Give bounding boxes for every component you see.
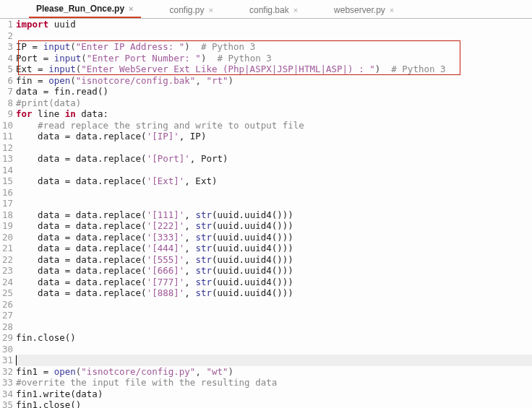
code-line[interactable]: Port = input("Enter Port Number: ") # Py… [16, 53, 532, 64]
tab-label: webserver.py [334, 5, 385, 15]
token-id: (uuid.uuid4())) [212, 243, 293, 253]
tab-label: config.py [170, 5, 205, 15]
line-number: 30 [0, 344, 13, 355]
token-str: '[111]' [147, 209, 185, 220]
line-number: 23 [0, 265, 13, 277]
tab-please_run_once-py[interactable]: Please_Run_Once.py× [29, 1, 141, 18]
code-line[interactable]: fin1.write(data) [16, 389, 532, 400]
token-str: '[666]' [147, 265, 185, 276]
token-id: data = data.replace( [16, 265, 147, 276]
close-icon[interactable]: × [129, 4, 133, 13]
token-fn: open [54, 366, 76, 377]
code-line[interactable]: data = data.replace('[888]', str(uuid.uu… [16, 287, 532, 299]
token-str: "wt" [206, 366, 228, 377]
close-icon[interactable]: × [390, 6, 394, 14]
code-line[interactable] [16, 187, 532, 199]
token-str: '[777]' [147, 277, 185, 287]
code-line[interactable]: data = data.replace('[111]', str(uuid.uu… [16, 209, 532, 221]
code-line[interactable]: #print(data) [16, 97, 532, 109]
line-number: 13 [0, 153, 13, 165]
token-kw: for [16, 108, 33, 119]
token-id: fin1.write(data) [16, 389, 103, 399]
code-line[interactable] [16, 321, 532, 333]
line-number: 12 [0, 142, 13, 154]
line-number: 5 [0, 64, 13, 75]
code-line[interactable] [16, 142, 532, 154]
line-number: 10 [0, 120, 13, 131]
token-id: , [184, 243, 195, 253]
token-id: uuid [54, 19, 76, 30]
code-line[interactable]: IP = input("Enter IP Address: ") # Pytho… [16, 41, 532, 53]
close-icon[interactable]: × [209, 6, 213, 14]
code-line[interactable]: data = data.replace('[666]', str(uuid.uu… [16, 265, 532, 277]
code-line[interactable]: data = data.replace('[Ext]', Ext) [16, 175, 532, 187]
token-cmt: #overrite the input file with the result… [16, 377, 277, 388]
code-line[interactable]: data = data.replace('[Port]', Port) [16, 153, 532, 165]
code-line[interactable]: data = data.replace('[555]', str(uuid.uu… [16, 254, 532, 266]
tab-bar: Please_Run_Once.py×config.py×config.bak×… [0, 0, 532, 19]
token-fn: str [195, 220, 212, 231]
code-line[interactable] [16, 344, 532, 355]
token-str: '[888]' [147, 287, 185, 298]
close-icon[interactable]: × [293, 6, 298, 14]
token-id: (uuid.uuid4())) [212, 220, 293, 231]
code-line[interactable] [16, 310, 532, 321]
token-id [16, 120, 38, 131]
line-number: 3 [0, 41, 13, 53]
token-op: ( [70, 41, 76, 52]
code-line[interactable]: data = data.replace('[777]', str(uuid.uu… [16, 277, 532, 288]
line-number: 25 [0, 287, 13, 299]
token-str: "Enter WebServer Ext Like (Php|ASPX|JSP|… [81, 64, 374, 74]
line-number: 1 [0, 19, 13, 30]
code-line[interactable]: data = data.replace('[222]', str(uuid.uu… [16, 220, 532, 232]
line-number: 20 [0, 232, 13, 243]
token-cmt: #print(data) [16, 97, 81, 108]
code-line[interactable]: Ext = input("Enter WebServer Ext Like (P… [16, 64, 532, 75]
token-fn: input [43, 41, 71, 52]
code-line[interactable]: data = data.replace('[333]', str(uuid.uu… [16, 232, 532, 243]
token-id: data = data.replace( [16, 287, 147, 298]
line-number: 19 [0, 220, 13, 232]
code-line[interactable]: data = data.replace('[444]', str(uuid.uu… [16, 243, 532, 254]
token-fn: str [195, 287, 212, 298]
code-line[interactable]: #read replace the string and write to ou… [16, 120, 532, 131]
token-op: ( [81, 53, 87, 64]
token-str: '[Ext]' [147, 175, 185, 186]
code-line[interactable]: #overrite the input file with the result… [16, 377, 532, 389]
code-line[interactable]: fin1.close() [16, 399, 532, 408]
line-number: 21 [0, 243, 13, 254]
code-line[interactable]: fin = open("isnotcore/config.bak", "rt") [16, 75, 532, 87]
code-line[interactable] [16, 299, 532, 311]
code-line[interactable]: import uuid [16, 19, 532, 30]
token-kw: import [16, 19, 48, 30]
code-line[interactable] [16, 198, 532, 209]
token-id: , [184, 232, 195, 243]
code-line[interactable]: data = fin.read() [16, 86, 532, 97]
token-cmt: # Python 3 [201, 41, 255, 52]
token-str: "Enter IP Address: " [76, 41, 185, 52]
token-id: IP = [16, 41, 43, 52]
code-area[interactable]: import uuidIP = input("Enter IP Address:… [16, 19, 532, 408]
line-number: 33 [0, 377, 13, 389]
tab-config-py[interactable]: config.py× [163, 2, 220, 18]
token-id: , IP) [179, 131, 207, 142]
token-cmt: # Python 3 [217, 53, 271, 64]
code-line[interactable]: for line in data: [16, 108, 532, 120]
token-id: data = data.replace( [16, 243, 147, 253]
token-str: '[333]' [147, 232, 185, 243]
code-line[interactable] [16, 30, 532, 42]
code-line[interactable]: data = data.replace('[IP]', IP) [16, 131, 532, 142]
line-number: 14 [0, 165, 13, 176]
code-line[interactable] [16, 355, 532, 366]
code-editor[interactable]: 1234567891011121314151617181920212223242… [0, 19, 532, 408]
code-line[interactable]: fin.close() [16, 332, 532, 344]
line-number: 24 [0, 277, 13, 288]
tab-config-bak[interactable]: config.bak× [242, 2, 305, 18]
tab-webserver-py[interactable]: webserver.py× [327, 2, 401, 18]
line-number: 6 [0, 75, 13, 87]
token-id: Port = [16, 53, 54, 64]
token-fn: input [48, 64, 76, 74]
code-line[interactable]: fin1 = open("isnotcore/config.py", "wt") [16, 366, 532, 378]
token-id: fin1 = [16, 366, 54, 377]
code-line[interactable] [16, 165, 532, 176]
